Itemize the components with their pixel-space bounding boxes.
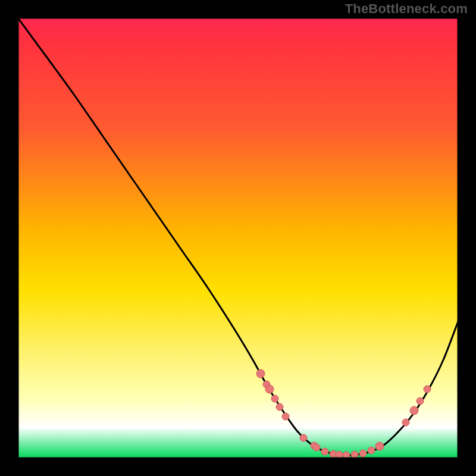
curve-marker xyxy=(321,448,328,455)
curve-marker xyxy=(416,397,424,405)
curve-marker xyxy=(343,452,350,458)
curve-marker xyxy=(368,447,375,454)
curve-marker xyxy=(351,451,358,458)
curve-marker xyxy=(410,406,418,415)
curve-marker xyxy=(265,385,274,393)
curve-marker xyxy=(256,369,265,378)
curve-marker xyxy=(282,413,289,420)
curve-markers xyxy=(256,369,431,458)
curve-marker xyxy=(359,450,367,457)
chart-svg xyxy=(18,18,458,458)
curve-marker xyxy=(336,451,343,458)
curve-marker xyxy=(300,434,307,441)
curve-marker xyxy=(424,386,431,393)
watermark-text: TheBottleneck.com xyxy=(345,1,468,17)
curve-marker xyxy=(313,444,320,451)
curve-marker xyxy=(276,403,283,411)
plot-area xyxy=(18,18,458,458)
curve-marker xyxy=(375,442,384,450)
curve-marker xyxy=(402,419,409,426)
curve-marker xyxy=(271,395,278,402)
bottleneck-curve xyxy=(18,18,458,456)
